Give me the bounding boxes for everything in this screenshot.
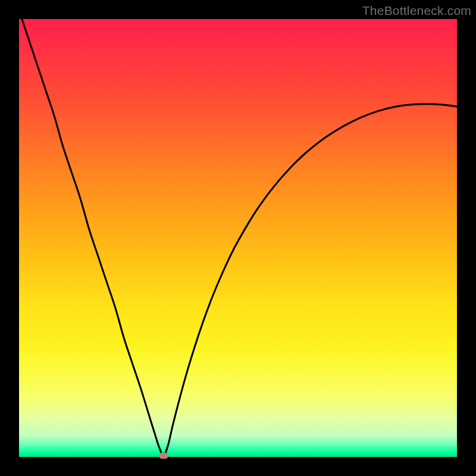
bottleneck-curve <box>19 19 457 456</box>
watermark-text: TheBottleneck.com <box>362 4 471 18</box>
minimum-marker <box>159 453 168 459</box>
plot-area <box>19 19 457 457</box>
curve-svg <box>19 19 457 457</box>
chart-frame: TheBottleneck.com <box>0 0 476 476</box>
